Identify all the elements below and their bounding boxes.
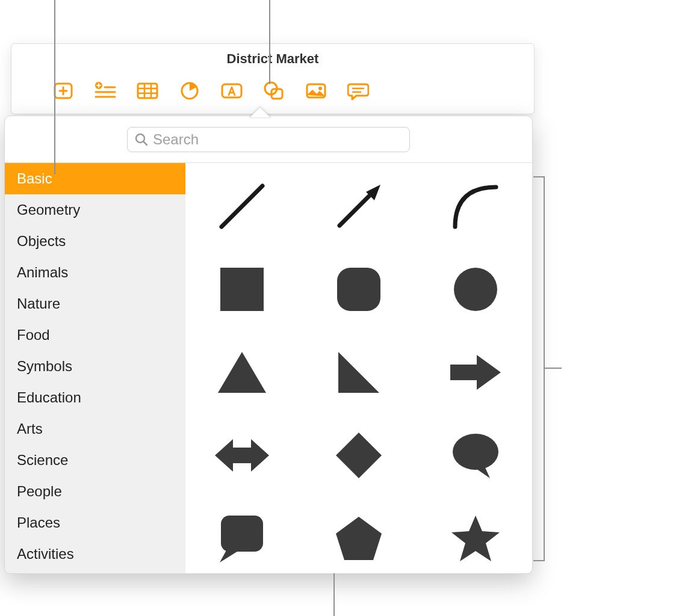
triangle-shape[interactable] — [212, 345, 272, 400]
shape-grid — [205, 179, 513, 566]
category-list: Basic Geometry Objects Animals Nature Fo… — [5, 163, 185, 573]
callout-leader — [333, 573, 335, 616]
image-icon — [305, 82, 327, 100]
speech-bubble-shape[interactable] — [445, 428, 506, 483]
svg-point-19 — [318, 87, 322, 90]
svg-rect-37 — [221, 516, 263, 552]
category-nature[interactable]: Nature — [5, 288, 185, 319]
popover-caret — [249, 107, 271, 118]
category-label: Animals — [17, 264, 68, 280]
category-label: Places — [17, 514, 60, 531]
svg-marker-31 — [338, 352, 379, 393]
window-title: District Market — [11, 44, 534, 74]
category-label: Education — [17, 389, 81, 405]
chart-button[interactable] — [176, 79, 203, 103]
square-icon — [218, 265, 266, 313]
right-triangle-icon — [335, 348, 383, 396]
line-icon — [214, 179, 270, 234]
category-label: Basic — [17, 170, 52, 186]
search-input[interactable] — [153, 131, 402, 148]
svg-marker-30 — [218, 352, 266, 393]
shape-icon — [263, 81, 285, 101]
svg-rect-9 — [138, 84, 157, 98]
rounded-square-shape[interactable] — [329, 262, 389, 317]
callout-leader — [544, 176, 545, 561]
callout-leader — [533, 176, 544, 177]
table-button[interactable] — [134, 79, 161, 103]
toolbar — [11, 74, 534, 114]
search-field[interactable] — [127, 127, 410, 152]
category-label: Science — [17, 452, 68, 468]
add-list-icon — [95, 82, 116, 100]
speech-bubble-icon — [450, 431, 501, 479]
diamond-shape[interactable] — [329, 428, 389, 483]
line-shape[interactable] — [212, 179, 272, 234]
category-label: Arts — [17, 420, 43, 437]
rounded-square-icon — [335, 265, 383, 313]
svg-rect-27 — [220, 268, 264, 311]
table-icon — [137, 82, 158, 100]
category-objects[interactable]: Objects — [5, 226, 185, 257]
app-window: District Market — [11, 43, 535, 114]
svg-line-25 — [340, 192, 373, 226]
shape-pane — [185, 163, 532, 573]
media-button[interactable] — [303, 79, 329, 103]
category-science[interactable]: Science — [5, 445, 185, 476]
pentagon-icon — [333, 514, 384, 562]
category-food[interactable]: Food — [5, 319, 185, 351]
svg-line-24 — [222, 186, 262, 227]
svg-marker-38 — [220, 549, 239, 562]
category-label: Geometry — [17, 202, 80, 218]
svg-rect-28 — [337, 268, 380, 311]
search-icon — [135, 133, 148, 146]
category-education[interactable]: Education — [5, 382, 185, 413]
callout-leader — [544, 368, 562, 369]
text-box-icon — [220, 82, 243, 100]
add-list-button[interactable] — [92, 79, 119, 103]
right-arrow-icon — [448, 351, 503, 393]
category-label: Food — [17, 327, 50, 343]
pentagon-shape[interactable] — [329, 511, 389, 566]
svg-point-29 — [454, 268, 497, 311]
arrow-line-shape[interactable] — [329, 179, 389, 234]
star-shape[interactable] — [445, 511, 506, 566]
add-page-icon — [53, 82, 73, 100]
category-label: Nature — [17, 295, 60, 312]
category-places[interactable]: Places — [5, 507, 185, 538]
curve-icon — [448, 179, 503, 234]
square-callout-shape[interactable] — [212, 511, 272, 566]
category-animals[interactable]: Animals — [5, 257, 185, 288]
circle-shape[interactable] — [445, 262, 506, 317]
double-arrow-shape[interactable] — [212, 428, 272, 483]
arrow-line-icon — [331, 179, 386, 234]
comment-button[interactable] — [345, 79, 371, 103]
svg-marker-40 — [451, 516, 500, 561]
category-label: Objects — [17, 233, 66, 249]
text-box-button[interactable] — [219, 79, 245, 103]
comment-icon — [347, 81, 369, 100]
square-callout-icon — [217, 513, 267, 564]
shape-button[interactable] — [261, 79, 287, 103]
shapes-popover: Basic Geometry Objects Animals Nature Fo… — [4, 116, 533, 574]
diamond-icon — [333, 430, 384, 481]
category-basic[interactable]: Basic — [5, 163, 185, 194]
svg-marker-39 — [336, 517, 382, 560]
pie-chart-icon — [180, 81, 199, 100]
category-people[interactable]: People — [5, 476, 185, 507]
curve-shape[interactable] — [445, 179, 506, 234]
svg-marker-34 — [336, 433, 382, 478]
svg-point-35 — [453, 434, 498, 470]
right-triangle-shape[interactable] — [329, 345, 389, 400]
category-geometry[interactable]: Geometry — [5, 194, 185, 226]
callout-leader — [533, 560, 544, 561]
right-arrow-shape[interactable] — [445, 345, 506, 400]
svg-marker-33 — [215, 439, 269, 472]
triangle-icon — [216, 348, 268, 396]
square-shape[interactable] — [212, 262, 272, 317]
category-arts[interactable]: Arts — [5, 413, 185, 445]
category-symbols[interactable]: Symbols — [5, 351, 185, 382]
star-icon — [449, 513, 502, 564]
callout-leader — [54, 0, 55, 174]
search-row — [5, 116, 532, 163]
category-activities[interactable]: Activities — [5, 538, 185, 570]
